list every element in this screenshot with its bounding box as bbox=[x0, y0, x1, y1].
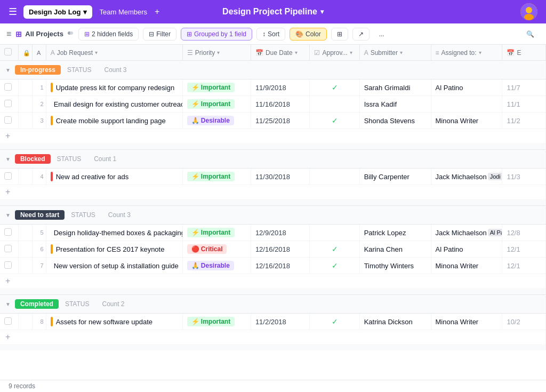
user-avatar[interactable] bbox=[520, 3, 537, 20]
hamburger-icon[interactable]: ☰ bbox=[9, 6, 17, 18]
row-num-cell: 3 bbox=[33, 113, 46, 129]
th-priority[interactable]: ☰ Priority ▾ bbox=[182, 45, 251, 61]
th-submitter[interactable]: A Submitter ▾ bbox=[359, 45, 431, 61]
th-assigned[interactable]: ≡ Assigned to: ▾ bbox=[431, 45, 502, 61]
add-tab-button[interactable]: + bbox=[155, 7, 159, 17]
grid-icon-button[interactable]: ⊞ bbox=[331, 28, 348, 41]
row-lock-cell bbox=[19, 169, 33, 185]
group-icon: ⊞ bbox=[187, 30, 192, 38]
add-row-inprogress[interactable]: + bbox=[0, 129, 546, 143]
sort-button[interactable]: ↕ Sort bbox=[256, 28, 285, 41]
add-row-cell[interactable]: + bbox=[0, 274, 546, 289]
row-lock-cell bbox=[19, 113, 33, 129]
color-button[interactable]: 🎨 Color bbox=[290, 28, 327, 41]
group-collapse-icon[interactable]: ▼ bbox=[5, 301, 11, 307]
group-count: Count 3 bbox=[108, 211, 131, 219]
table-row[interactable]: 7 New version of setup & installation gu… bbox=[0, 258, 546, 274]
table-row[interactable]: 3 Create mobile support landing page 🙏 D… bbox=[0, 113, 546, 129]
row-job-title: Presentation for CES 2017 keynote bbox=[56, 245, 165, 253]
table-row[interactable]: 2 Email design for existing customer out… bbox=[0, 96, 546, 113]
th-approved[interactable]: ☑ Approv... ▾ bbox=[310, 45, 359, 61]
row-submitter-cell: Timothy Winters bbox=[359, 258, 431, 274]
group-collapse-icon[interactable]: ▼ bbox=[5, 156, 11, 162]
add-row-cell[interactable]: + bbox=[0, 129, 546, 143]
row-checkbox[interactable] bbox=[4, 172, 12, 180]
header-checkbox[interactable] bbox=[4, 48, 12, 55]
search-button[interactable]: 🔍 bbox=[521, 28, 540, 40]
filter-button[interactable]: ⊟ Filter bbox=[143, 28, 176, 41]
group-count: Count 3 bbox=[104, 66, 126, 74]
priority-badge: ⚡ Important bbox=[187, 228, 235, 237]
group-collapse-icon[interactable]: ▼ bbox=[5, 67, 11, 73]
priority-badge: ⚡ Important bbox=[187, 317, 235, 326]
th-extra[interactable]: 📅 E bbox=[502, 45, 546, 61]
row-checkbox[interactable] bbox=[4, 317, 12, 325]
th-assigned-sort-icon: ▾ bbox=[479, 50, 481, 55]
priority-badge: ⚡ Important bbox=[187, 172, 235, 181]
row-checkbox[interactable] bbox=[4, 245, 12, 252]
row-submitter-cell: Billy Carpenter bbox=[359, 169, 431, 185]
table-row[interactable]: 6 Presentation for CES 2017 keynote 🔴 Cr… bbox=[0, 241, 546, 258]
th-priority-sort-icon: ▾ bbox=[217, 50, 220, 55]
toolbar-right: 🔍 bbox=[521, 28, 540, 40]
expand-icon[interactable]: ≡ bbox=[6, 29, 11, 39]
row-extra-cell: 11/3 bbox=[502, 169, 546, 185]
row-due-cell: 12/9/2018 bbox=[251, 225, 310, 241]
design-job-log-tab[interactable]: Design Job Log ▾ bbox=[23, 5, 92, 19]
row-extra-cell: 11/2 bbox=[502, 113, 546, 129]
row-priority-cell: ⚡ Important bbox=[182, 314, 251, 330]
add-row-blocked[interactable]: + bbox=[0, 185, 546, 199]
row-assigned-cell: Jack Michaelson Jodi l bbox=[431, 169, 502, 185]
row-checkbox[interactable] bbox=[4, 116, 12, 124]
table-row[interactable]: 8 Assets for new software update ⚡ Impor… bbox=[0, 314, 546, 330]
row-lock-cell bbox=[19, 241, 33, 258]
th-due-date[interactable]: 📅 Due Date ▾ bbox=[251, 45, 310, 61]
add-row-cell[interactable]: + bbox=[0, 330, 546, 345]
assigned-name: Jack Michaelson bbox=[436, 173, 487, 181]
row-job-cell: Update press kit for company redesign bbox=[46, 79, 182, 96]
row-extra-cell: 12/1 bbox=[502, 258, 546, 274]
group-status-badge: Completed bbox=[15, 299, 59, 309]
row-submitter-cell: Katrina Dickson bbox=[359, 314, 431, 330]
row-checkbox[interactable] bbox=[4, 228, 12, 236]
row-assigned-cell: Minona Writer bbox=[431, 113, 502, 129]
fields-icon: ⊞ bbox=[84, 30, 90, 38]
priority-emoji: 🙏 bbox=[191, 262, 199, 269]
table-row[interactable]: 1 Update press kit for company redesign … bbox=[0, 79, 546, 96]
assigned-name: Minona Writer bbox=[436, 318, 479, 326]
row-color-bar bbox=[51, 317, 53, 326]
export-button[interactable]: ↗ bbox=[352, 28, 370, 41]
row-checkbox[interactable] bbox=[4, 83, 12, 91]
th-job-request[interactable]: A Job Request ▾ bbox=[46, 45, 182, 61]
view-toggle: ⊞ All Projects bbox=[15, 30, 74, 38]
row-assigned-cell: Minona Writer bbox=[431, 314, 502, 330]
table-row[interactable]: 5 Design holiday-themed boxes & packagin… bbox=[0, 225, 546, 241]
row-checkbox-cell bbox=[0, 79, 19, 96]
group-button[interactable]: ⊞ Grouped by 1 field bbox=[181, 28, 252, 41]
add-row-cell[interactable]: + bbox=[0, 185, 546, 199]
row-num-cell: 5 bbox=[33, 225, 46, 241]
th-approv-icon: ☑ bbox=[314, 49, 320, 57]
team-members-tab[interactable]: Team Members bbox=[94, 5, 153, 19]
add-row-completed[interactable]: + bbox=[0, 330, 546, 345]
more-button[interactable]: ... bbox=[374, 28, 390, 40]
row-job-title: Email design for existing customer outre… bbox=[54, 100, 183, 108]
row-submitter-cell: Karina Chen bbox=[359, 241, 431, 258]
group-collapse-icon[interactable]: ▼ bbox=[5, 212, 11, 218]
color-icon: 🎨 bbox=[295, 30, 303, 38]
th-job-icon: A bbox=[51, 49, 55, 57]
add-row-needtostart[interactable]: + bbox=[0, 274, 546, 289]
row-checkbox[interactable] bbox=[4, 261, 12, 269]
hidden-fields-button[interactable]: ⊞ 2 hidden fields bbox=[78, 28, 139, 41]
row-checkbox[interactable] bbox=[4, 100, 12, 107]
group-header-inprogress: ▼ In-progress STATUS Count 3 bbox=[0, 61, 546, 79]
th-submitter-sort-icon: ▾ bbox=[400, 50, 403, 55]
priority-badge: 🙏 Desirable bbox=[187, 261, 234, 270]
row-approved-cell bbox=[310, 96, 359, 113]
row-job-cell: Create mobile support landing page bbox=[46, 113, 182, 129]
priority-label: Important bbox=[201, 318, 230, 325]
table-row[interactable]: 4 New ad creative for ads ⚡ Important 11… bbox=[0, 169, 546, 185]
priority-label: Important bbox=[201, 229, 230, 236]
main-table: 🔒 A A Job Request ▾ ☰ Priority ▾ bbox=[0, 45, 546, 350]
row-due-cell: 11/9/2018 bbox=[251, 79, 310, 96]
